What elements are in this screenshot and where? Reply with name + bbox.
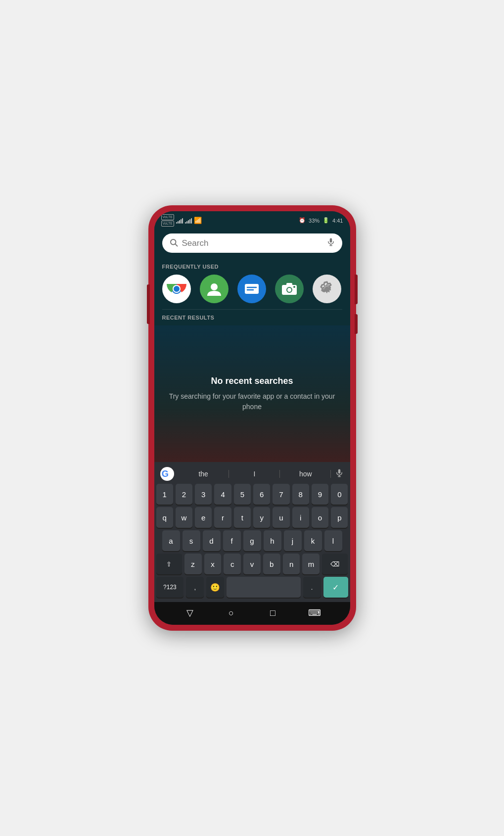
wifi-icon: 📶 (194, 217, 202, 224)
key-6[interactable]: 6 (253, 484, 270, 505)
svg-point-17 (293, 286, 295, 288)
nav-bar: ▽ ○ □ ⌨ (154, 602, 350, 625)
svg-rect-10 (245, 284, 259, 294)
status-bar: VoLTE VoLTE 📶 ⏰ 33% 🔋 4:41 (154, 211, 350, 229)
google-logo: G (160, 467, 174, 481)
camera-app-icon[interactable] (275, 275, 304, 303)
svg-line-1 (175, 244, 177, 246)
home-button[interactable]: ○ (222, 606, 241, 620)
key-b[interactable]: b (263, 554, 280, 574)
assistant-button[interactable] (355, 314, 358, 334)
battery-percent: 33% (309, 218, 320, 224)
key-g[interactable]: g (243, 530, 261, 551)
key-x[interactable]: x (204, 554, 222, 574)
recents-button[interactable]: □ (263, 606, 283, 620)
key-4[interactable]: 4 (214, 484, 231, 505)
status-right: ⏰ 33% 🔋 4:41 (299, 217, 343, 224)
shift-key[interactable]: ⇧ (156, 554, 182, 574)
space-key[interactable] (227, 577, 300, 598)
comma-key[interactable]: , (186, 577, 204, 598)
svg-rect-16 (286, 283, 292, 286)
key-c[interactable]: c (224, 554, 241, 574)
phone-screen: VoLTE VoLTE 📶 ⏰ 33% 🔋 4:41 (154, 211, 350, 625)
key-d[interactable]: d (203, 530, 221, 551)
mic-icon[interactable] (326, 237, 335, 249)
battery-icon: 🔋 (322, 217, 329, 224)
suggestion-how[interactable]: how (280, 469, 331, 479)
key-n[interactable]: n (283, 554, 300, 574)
suggestion-the[interactable]: the (178, 469, 229, 479)
recent-results-section: RECENT RESULTS (154, 310, 350, 325)
key-t[interactable]: t (234, 507, 251, 528)
kb-row-asdf: a s d f g h j k l (156, 530, 348, 551)
empty-title: No recent searches (211, 376, 293, 386)
settings-app-icon[interactable]: ⚙ (313, 275, 341, 303)
kb-mic-icon[interactable] (335, 468, 344, 480)
search-icon (169, 238, 178, 249)
key-2[interactable]: 2 (176, 484, 192, 505)
keyboard-nav-button[interactable]: ⌨ (305, 606, 324, 620)
key-s[interactable]: s (183, 530, 200, 551)
power-button[interactable] (355, 275, 358, 304)
key-r[interactable]: r (214, 507, 231, 528)
key-9[interactable]: 9 (312, 484, 328, 505)
key-8[interactable]: 8 (292, 484, 309, 505)
volte-badge-2: VoLTE (161, 221, 175, 227)
key-1[interactable]: 1 (156, 484, 173, 505)
kb-row-bottom: ?123 , 🙂 . ✓ (156, 577, 348, 598)
empty-state: No recent searches Try searching for you… (154, 325, 350, 462)
key-p[interactable]: p (331, 507, 348, 528)
key-u[interactable]: u (273, 507, 289, 528)
key-k[interactable]: k (304, 530, 322, 551)
kb-row-zxcv: ⇧ z x c v b n m ⌫ (156, 554, 348, 574)
suggestion-I[interactable]: I (229, 469, 280, 479)
key-e[interactable]: e (195, 507, 212, 528)
svg-rect-2 (329, 238, 332, 243)
key-o[interactable]: o (312, 507, 328, 528)
search-bar-container[interactable] (162, 233, 342, 253)
svg-point-15 (287, 288, 291, 292)
kb-suggestions-row: G the I how (156, 465, 348, 484)
key-l[interactable]: l (324, 530, 342, 551)
svg-text:⚙: ⚙ (321, 282, 332, 295)
frequently-used-section: FREQUENTLY USED (154, 259, 350, 307)
symbols-key[interactable]: ?123 (156, 577, 184, 598)
search-input[interactable] (182, 238, 322, 248)
emoji-key[interactable]: 🙂 (206, 577, 224, 598)
search-area (154, 229, 350, 259)
signal-bars-1 (176, 218, 183, 224)
key-f[interactable]: f (223, 530, 241, 551)
chrome-app-icon[interactable] (162, 275, 191, 303)
key-z[interactable]: z (184, 554, 202, 574)
back-button[interactable]: ▽ (180, 606, 200, 620)
backspace-key[interactable]: ⌫ (322, 554, 348, 574)
key-j[interactable]: j (284, 530, 302, 551)
key-5[interactable]: 5 (234, 484, 251, 505)
key-y[interactable]: y (253, 507, 270, 528)
key-m[interactable]: m (302, 554, 320, 574)
time-display: 4:41 (332, 218, 343, 224)
svg-point-9 (211, 283, 218, 290)
key-h[interactable]: h (264, 530, 281, 551)
svg-rect-22 (338, 469, 341, 473)
key-3[interactable]: 3 (195, 484, 212, 505)
enter-key[interactable]: ✓ (323, 577, 348, 598)
phone-frame: VoLTE VoLTE 📶 ⏰ 33% 🔋 4:41 (148, 205, 356, 631)
volume-button[interactable] (147, 284, 150, 324)
signal-bars-2 (185, 218, 192, 224)
period-key[interactable]: . (303, 577, 321, 598)
key-w[interactable]: w (176, 507, 192, 528)
messages-app-icon[interactable] (237, 275, 266, 303)
key-q[interactable]: q (156, 507, 173, 528)
key-v[interactable]: v (243, 554, 261, 574)
key-7[interactable]: 7 (273, 484, 289, 505)
key-i[interactable]: i (292, 507, 309, 528)
kb-row-numbers: 1 2 3 4 5 6 7 8 9 0 (156, 484, 348, 505)
svg-text:G: G (161, 469, 168, 479)
key-0[interactable]: 0 (331, 484, 348, 505)
svg-point-8 (174, 286, 180, 292)
key-a[interactable]: a (162, 530, 180, 551)
volte-badge-1: VoLTE (161, 214, 175, 220)
alarm-icon: ⏰ (299, 217, 306, 224)
contacts-app-icon[interactable] (200, 275, 229, 303)
